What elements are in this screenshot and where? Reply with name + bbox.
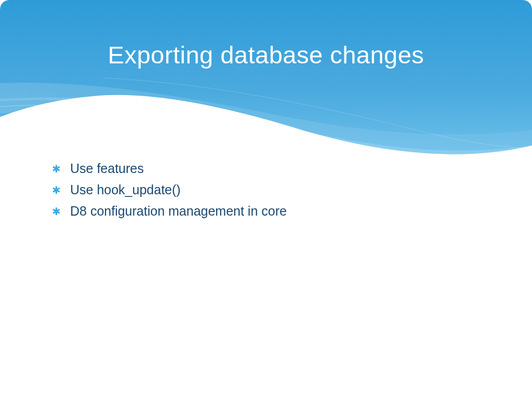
bullet-text: Use hook_update() [70,182,181,197]
asterisk-icon: ✱ [52,205,61,218]
slide-container: Exporting database changes ✱ Use feature… [0,0,532,399]
list-item: ✱ D8 configuration management in core [52,204,501,219]
asterisk-icon: ✱ [52,163,61,175]
header-wave-background [0,0,532,166]
bullet-text: D8 configuration management in core [70,204,287,219]
slide-title: Exporting database changes [0,41,532,69]
list-item: ✱ Use hook_update() [52,182,501,197]
asterisk-icon: ✱ [52,184,61,196]
list-item: ✱ Use features [52,161,501,176]
bullet-text: Use features [70,161,144,176]
slide-content: ✱ Use features ✱ Use hook_update() ✱ D8 … [52,161,501,225]
